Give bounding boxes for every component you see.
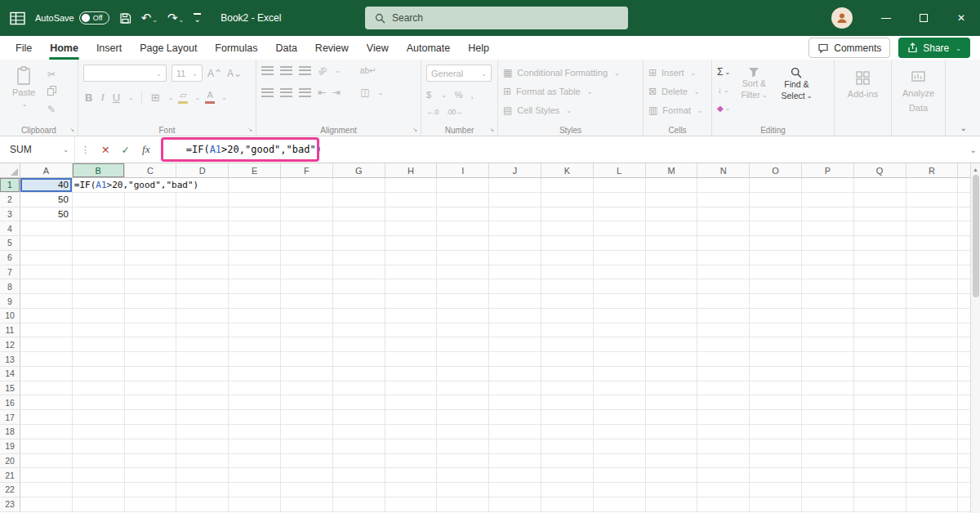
cell-R21[interactable] [906,468,959,483]
column-header-H[interactable]: H [385,163,438,177]
maximize-button[interactable] [905,0,942,36]
cell-F22[interactable] [281,483,333,497]
cell-E22[interactable] [229,483,281,497]
cell-G2[interactable] [333,193,385,207]
cell-I3[interactable] [437,207,489,222]
comma-style-button[interactable]: , [471,90,474,100]
cell-L3[interactable] [594,207,646,222]
cell-F10[interactable] [281,309,333,323]
cell-J18[interactable] [489,425,541,439]
cell-B21[interactable] [73,468,125,483]
cell-J2[interactable] [489,193,541,207]
cell-F12[interactable] [281,337,333,352]
cell-E7[interactable] [229,265,281,280]
column-header-D[interactable]: D [176,163,229,177]
cell-B23[interactable] [73,497,125,512]
cell-Q8[interactable] [854,279,906,294]
shrink-font-button[interactable]: A⌄ [227,68,242,79]
row-header-23[interactable]: 23 [0,497,20,512]
cell-D11[interactable] [176,323,229,338]
cell-E1[interactable] [229,178,281,193]
column-header-A[interactable]: A [20,163,73,177]
cell-K10[interactable] [541,309,594,323]
fill-button[interactable]: ↓ [717,84,730,96]
cell-A12[interactable] [20,337,73,352]
cell-M10[interactable] [646,309,698,323]
cell-K18[interactable] [541,425,594,439]
cell-C23[interactable] [125,497,177,512]
insert-function-button[interactable]: fx [136,143,157,156]
cell-P15[interactable] [802,381,854,396]
cell-N13[interactable] [697,352,750,367]
cell-O10[interactable] [750,309,802,323]
cell-O5[interactable] [750,236,802,251]
increase-decimal-button[interactable]: ←.0 [426,108,439,116]
cell-B15[interactable] [73,381,125,396]
cell-E2[interactable] [229,193,281,207]
cell-I10[interactable] [437,309,489,323]
clipboard-dialog-launcher[interactable]: ↘ [69,127,74,133]
row-header-18[interactable]: 18 [0,425,20,439]
cell-I12[interactable] [437,337,489,352]
cell-G12[interactable] [333,337,385,352]
cell-N5[interactable] [697,236,750,251]
decrease-decimal-button[interactable]: .00→ [447,108,463,116]
cell-J16[interactable] [489,395,541,410]
cell-H22[interactable] [385,483,438,497]
cell-J13[interactable] [489,352,541,367]
cell-F21[interactable] [281,468,333,483]
conditional-formatting-button[interactable]: ▦ Conditional Formatting [503,67,638,78]
cell-E14[interactable] [229,367,281,381]
cell-N7[interactable] [697,265,750,280]
cell-G21[interactable] [333,468,385,483]
cell-C16[interactable] [125,395,177,410]
cell-P2[interactable] [802,193,854,207]
cell-E12[interactable] [229,337,281,352]
cell-K11[interactable] [541,323,594,338]
cell-J14[interactable] [489,367,541,381]
cell-I13[interactable] [437,352,489,367]
delete-cells-button[interactable]: ⊠ Delete [648,86,706,97]
collapse-ribbon-button[interactable]: ⌄ [960,123,967,132]
cell-R6[interactable] [906,251,959,265]
cell-H2[interactable] [385,193,438,207]
column-header-I[interactable]: I [437,163,489,177]
column-header-M[interactable]: M [646,163,698,177]
cell-N21[interactable] [697,468,750,483]
cell-K19[interactable] [541,439,594,454]
cell-C21[interactable] [125,468,177,483]
cell-L22[interactable] [594,483,646,497]
cell-A21[interactable] [20,468,73,483]
cell-A15[interactable] [20,381,73,396]
align-top-button[interactable] [261,66,274,75]
cell-L13[interactable] [594,352,646,367]
increase-indent-button[interactable]: ⇥ [332,87,341,98]
cell-R15[interactable] [906,381,959,396]
cell-B18[interactable] [73,425,125,439]
cell-N8[interactable] [697,279,750,294]
cell-O13[interactable] [750,352,802,367]
cell-O3[interactable] [750,207,802,222]
formula-input[interactable]: =IF(A1>20,"good","bad") [157,144,980,155]
cell-D3[interactable] [176,207,229,222]
cell-I7[interactable] [437,265,489,280]
cell-Q3[interactable] [854,207,906,222]
cell-B7[interactable] [73,265,125,280]
cell-A9[interactable] [20,294,73,309]
cell-H6[interactable] [385,251,438,265]
row-header-20[interactable]: 20 [0,454,20,469]
cell-L1[interactable] [594,178,646,193]
cell-J23[interactable] [489,497,541,512]
cell-O14[interactable] [750,367,802,381]
cell-Q21[interactable] [854,468,906,483]
cell-B13[interactable] [73,352,125,367]
cell-M23[interactable] [646,497,698,512]
cell-O2[interactable] [750,193,802,207]
cell-C17[interactable] [125,410,177,425]
cell-O8[interactable] [750,279,802,294]
cell-H8[interactable] [385,279,438,294]
cell-R18[interactable] [906,425,959,439]
cell-I17[interactable] [437,410,489,425]
cell-C6[interactable] [125,251,177,265]
row-header-19[interactable]: 19 [0,439,20,454]
